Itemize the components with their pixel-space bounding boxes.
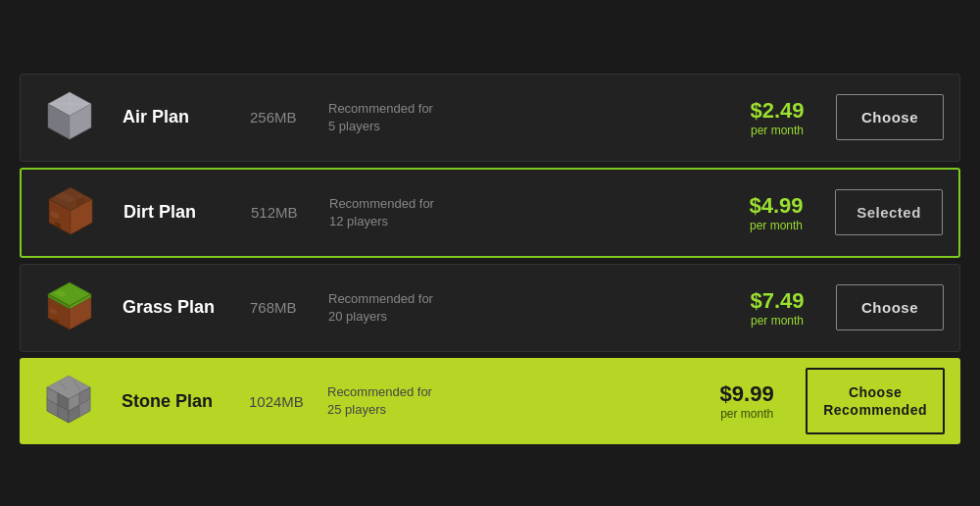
plan-row-grass: Grass Plan 768MB Recommended for20 playe… (20, 264, 960, 352)
plan-row-air: Air Plan 256MB Recommended for5 players … (20, 74, 960, 162)
choose-button-stone[interactable]: Choose Recommended (806, 368, 945, 434)
plan-memory-grass: 768MB (250, 299, 328, 316)
plan-rec-text-dirt: Recommended for12 players (329, 195, 486, 230)
plan-price-dirt: $4.99 per month (717, 193, 835, 232)
choose-button-grass[interactable]: Choose (836, 284, 944, 330)
plan-rec-text-air: Recommended for5 players (328, 100, 485, 135)
plan-price-period-air: per month (718, 124, 836, 137)
button-line2: Recommended (823, 402, 927, 418)
plan-price-amount-stone: $9.99 (720, 381, 774, 406)
plan-icon-dirt (37, 179, 104, 246)
button-line1: Choose (849, 384, 902, 400)
plan-price-amount-dirt: $4.99 (749, 193, 803, 218)
plan-price-stone: $9.99 per month (688, 381, 806, 421)
plan-price-period-grass: per month (718, 314, 836, 328)
plan-price-period-stone: per month (688, 407, 806, 421)
button-label: Choose (861, 109, 918, 126)
plan-name-grass: Grass Plan (122, 297, 250, 318)
plan-price-amount-grass: $7.49 (750, 288, 804, 313)
plan-memory-dirt: 512MB (251, 204, 329, 221)
plan-name-dirt: Dirt Plan (123, 202, 251, 223)
button-label: Selected (857, 204, 921, 221)
plan-rec-text-grass: Recommended for20 players (328, 290, 485, 326)
plans-list: Air Plan 256MB Recommended for5 players … (20, 74, 960, 444)
plan-row-stone: Stone Plan 1024MB Recommended for25 play… (20, 358, 960, 444)
plan-icon-stone (35, 368, 102, 434)
plan-icon-air (36, 84, 103, 151)
plan-price-air: $2.49 per month (718, 98, 836, 137)
plan-price-grass: $7.49 per month (718, 288, 836, 328)
plan-memory-stone: 1024MB (249, 393, 327, 410)
plans-container: Air Plan 256MB Recommended for5 players … (20, 46, 960, 460)
plan-name-stone: Stone Plan (122, 391, 249, 412)
plan-name-air: Air Plan (122, 107, 250, 127)
plan-memory-air: 256MB (250, 109, 328, 126)
plan-row-dirt: Dirt Plan 512MB Recommended for12 player… (20, 168, 960, 258)
plan-price-amount-air: $2.49 (750, 98, 804, 123)
plan-rec-text-stone: Recommended for25 players (327, 383, 484, 419)
plan-icon-grass (36, 275, 103, 341)
button-label: Choose (861, 299, 918, 316)
plan-price-period-dirt: per month (717, 219, 835, 232)
choose-button-air[interactable]: Choose (836, 94, 944, 140)
choose-button-dirt[interactable]: Selected (835, 189, 943, 235)
